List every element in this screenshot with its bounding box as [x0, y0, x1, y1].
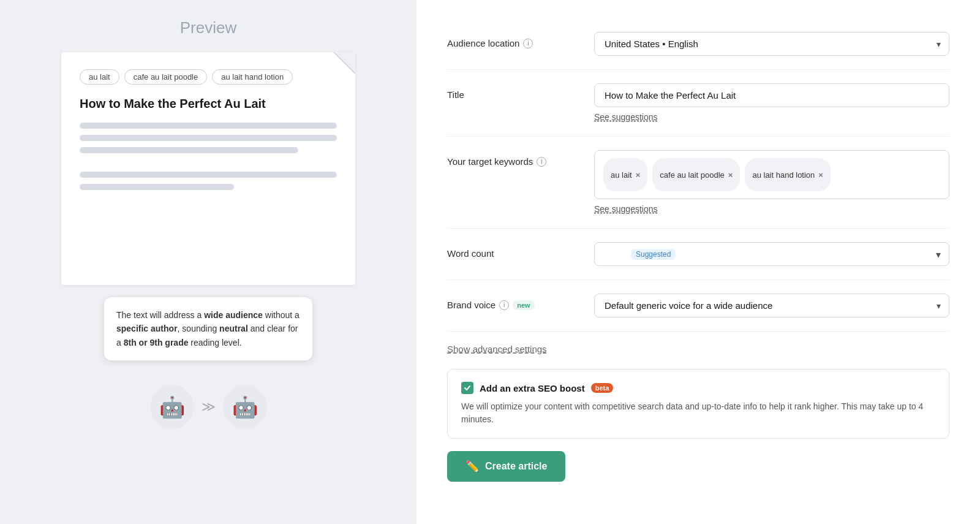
keyword-chip-1: au lait × — [603, 158, 647, 191]
seo-boost-title: Add an extra SEO boost — [480, 383, 585, 393]
keyword-chip-3: au lait hand lotion × — [745, 158, 831, 191]
robot-icon-left: 🤖 — [150, 385, 194, 429]
brand-voice-select[interactable]: Default generic voice for a wide audienc… — [594, 294, 949, 317]
keyword-chip-1-remove[interactable]: × — [636, 171, 641, 179]
create-article-label: Create article — [485, 461, 547, 472]
doc-heading: How to Make the Perfect Au Lait — [80, 96, 337, 112]
keywords-input-box[interactable]: au lait × cafe au lait poodle × au lait … — [594, 150, 949, 199]
keywords-control: au lait × cafe au lait poodle × au lait … — [594, 150, 949, 215]
pencil-icon: ✏️ — [466, 460, 479, 473]
audience-location-control: United States • English United Kingdom •… — [594, 32, 949, 56]
brand-voice-label: Brand voice i new — [447, 294, 582, 310]
audience-location-info-icon[interactable]: i — [523, 39, 533, 48]
keywords-label: Your target keywords i — [447, 150, 582, 167]
brand-voice-row: Brand voice i new Default generic voice … — [447, 280, 949, 332]
word-count-label: Word count — [447, 242, 582, 259]
keyword-tag-3: au lait hand lotion — [212, 69, 293, 85]
brand-voice-control: Default generic voice for a wide audienc… — [594, 294, 949, 317]
arrow-icon: ≫ — [202, 399, 216, 415]
brand-voice-new-badge: new — [513, 300, 534, 310]
seo-boost-header: Add an extra SEO boost beta — [461, 382, 935, 394]
doc-line-2 — [80, 135, 337, 141]
title-row: Title See suggestions — [447, 70, 949, 137]
keyword-tag-2: cafe au lait poodle — [124, 69, 208, 85]
document-card: au lait cafe au lait poodle au lait hand… — [61, 52, 355, 285]
robot-icon-right: 🤖 — [223, 385, 267, 429]
doc-line-1 — [80, 123, 337, 129]
word-count-row: Word count 500 750 1000 1500 2000 Sugges… — [447, 229, 949, 280]
tooltip-bubble: The text will address a wide audience wi… — [104, 297, 312, 360]
right-panel: Audience location i United States • Engl… — [417, 0, 980, 524]
checkmark-icon — [464, 384, 471, 392]
keyword-tags-preview: au lait cafe au lait poodle au lait hand… — [80, 69, 337, 85]
brand-voice-select-wrapper: Default generic voice for a wide audienc… — [594, 294, 949, 317]
word-count-control: 500 750 1000 1500 2000 Suggested ▾ — [594, 242, 949, 266]
keywords-see-suggestions-link[interactable]: See suggestions — [594, 204, 658, 214]
keyword-chip-2: cafe au lait poodle × — [652, 158, 740, 191]
doc-corner — [333, 52, 355, 74]
left-panel: Preview au lait cafe au lait poodle au l… — [0, 0, 417, 524]
robots-row: 🤖 ≫ 🤖 — [150, 385, 267, 429]
keyword-tag-1: au lait — [80, 69, 119, 85]
audience-location-select-wrapper: United States • English United Kingdom •… — [594, 32, 949, 56]
doc-line-5 — [80, 184, 234, 190]
show-advanced-link[interactable]: Show advanced settings — [447, 335, 547, 363]
title-control: See suggestions — [594, 83, 949, 123]
audience-location-label: Audience location i — [447, 32, 582, 48]
bottom-area: Show advanced settings Add an extra SEO … — [447, 332, 949, 482]
audience-location-row: Audience location i United States • Engl… — [447, 18, 949, 70]
beta-badge: beta — [591, 383, 614, 393]
keyword-chip-3-remove[interactable]: × — [818, 171, 823, 179]
title-see-suggestions-link[interactable]: See suggestions — [594, 112, 658, 122]
doc-line-4 — [80, 172, 337, 178]
keyword-chip-2-remove[interactable]: × — [728, 171, 733, 179]
title-input[interactable] — [594, 83, 949, 107]
doc-line-3 — [80, 147, 298, 153]
seo-boost-description: We will optimize your content with compe… — [461, 400, 935, 426]
title-label: Title — [447, 83, 582, 100]
brand-voice-info-icon[interactable]: i — [499, 300, 509, 310]
word-count-select-wrapper: 500 750 1000 1500 2000 Suggested ▾ — [594, 242, 949, 266]
create-article-button[interactable]: ✏️ Create article — [447, 451, 565, 482]
keywords-row: Your target keywords i au lait × cafe au… — [447, 137, 949, 229]
seo-boost-box: Add an extra SEO boost beta We will opti… — [447, 369, 949, 439]
word-count-select[interactable]: 500 750 1000 1500 2000 — [594, 242, 949, 266]
keywords-info-icon[interactable]: i — [537, 157, 546, 167]
seo-boost-checkbox[interactable] — [461, 382, 473, 394]
audience-location-select[interactable]: United States • English United Kingdom •… — [594, 32, 949, 56]
preview-title: Preview — [180, 18, 236, 37]
